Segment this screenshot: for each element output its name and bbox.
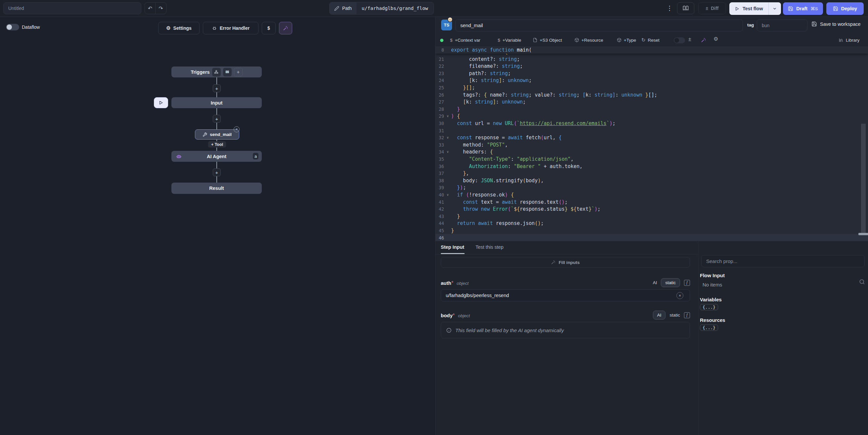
editor-settings-button[interactable]: ⚙ (713, 36, 718, 42)
auth-value-input[interactable] (441, 289, 690, 301)
code-line[interactable]: 23 path?: string; (435, 70, 868, 77)
code-editor[interactable]: 20∨ attachments?: {21 content?: string;2… (435, 46, 868, 241)
code-line[interactable]: 44 return await response.json(); (435, 220, 868, 227)
code-line[interactable]: 28 } (435, 105, 868, 113)
node-ai-agent[interactable]: AI Agent a (172, 151, 262, 162)
code-line[interactable]: 8export async function main( (435, 46, 868, 54)
horizontal-scrollbar[interactable] (859, 233, 868, 235)
remove-tool-button[interactable]: × (234, 126, 240, 132)
more-menu-button[interactable]: ⋮ (666, 5, 673, 11)
error-handler-button[interactable]: Error Handler (203, 22, 258, 34)
add-trigger-button[interactable]: + (234, 68, 243, 76)
diff-button[interactable]: ± Diff (698, 2, 726, 14)
code-line[interactable]: 32∨ const response = await fetch(url, { (435, 134, 868, 141)
code-line[interactable]: 26 tags?: { name?: string; value?: strin… (435, 91, 868, 99)
code-line[interactable]: 30 const url = new URL(`https://api.rese… (435, 120, 868, 127)
node-send-mail[interactable]: send_mail (195, 129, 239, 139)
code-line[interactable]: 37 }, (435, 170, 868, 177)
add-tool-button[interactable]: + Tool (208, 141, 226, 148)
code-line[interactable]: 41 const text = await response.text(); (435, 198, 868, 206)
library-button[interactable]: Library (839, 36, 859, 44)
insert-step-above-input[interactable]: + (213, 84, 221, 92)
code-line[interactable]: 36 Authorization: "Bearer " + auth.token… (435, 163, 868, 170)
insert-step-below-agent[interactable]: + (213, 168, 221, 176)
tag-input[interactable] (757, 19, 807, 31)
fold-icon[interactable]: ∨ (445, 113, 451, 120)
code-line[interactable]: 25 }[]; (435, 84, 868, 91)
add-s3-object-button[interactable]: +S3 Object (533, 36, 562, 44)
code-line[interactable]: 21 content?: string; (435, 56, 868, 63)
flow-title-input[interactable] (3, 2, 141, 14)
settings-button[interactable]: ⚙ Settings (158, 22, 199, 34)
save-to-workspace-button[interactable]: Save to workspace (811, 21, 861, 27)
redo-button[interactable]: ↷ (156, 3, 166, 14)
vertical-scrollbar[interactable] (861, 124, 866, 233)
code-line[interactable]: 38 body: JSON.stringify(body), (435, 177, 868, 184)
code-line[interactable]: 27 [k: string]: unknown; (435, 98, 868, 105)
expression-icon[interactable]: f (684, 312, 690, 318)
editor-option-toggle[interactable] (674, 37, 685, 43)
email-trigger-icon[interactable]: ✉ (223, 68, 231, 76)
code-line[interactable]: 39 }); (435, 184, 868, 191)
code-line[interactable]: 43 } (435, 213, 868, 220)
package-icon (575, 38, 579, 42)
draft-label: Draft (796, 6, 807, 11)
test-flow-dropdown[interactable] (768, 2, 781, 15)
code-text: const response = await fetch(url, { (451, 134, 562, 141)
code-line[interactable]: 33 method: "POST", (435, 141, 868, 149)
variables-object-badge[interactable]: {...} (700, 304, 718, 310)
code-text: "Content-Type": "application/json", (451, 155, 574, 163)
reset-code-button[interactable]: ↻Reset (641, 36, 659, 44)
add-type-button[interactable]: +Type (617, 36, 636, 44)
fill-inputs-button[interactable]: Fill inputs (441, 257, 690, 268)
node-input[interactable]: Input (172, 97, 262, 108)
body-ai-mode-button[interactable]: AI (653, 311, 666, 319)
docs-button[interactable] (677, 2, 694, 14)
insert-step-below-input[interactable]: + (213, 115, 221, 123)
fold-icon[interactable]: ∨ (445, 191, 451, 198)
draft-button[interactable]: Draft ⌘S (783, 2, 823, 15)
tab-test-this-step[interactable]: Test this step (475, 245, 504, 250)
undo-button[interactable]: ↶ (145, 3, 156, 14)
run-from-input-button[interactable] (154, 97, 168, 108)
fold-icon[interactable]: ∨ (445, 148, 451, 155)
code-line[interactable]: 24 [k: string]: unknown; (435, 77, 868, 84)
ai-gen-button[interactable] (701, 37, 706, 43)
body-static-mode-button[interactable]: static (670, 313, 680, 317)
diff-code-button[interactable]: ± (688, 36, 691, 42)
auth-ai-mode-button[interactable]: AI (653, 280, 657, 285)
code-line[interactable]: 40∨ if (!response.ok) { (435, 191, 868, 198)
clear-auth-button[interactable]: × (676, 292, 683, 299)
code-line[interactable]: 46 (435, 234, 868, 241)
path-label-section: Path (330, 2, 356, 14)
node-triggers[interactable]: Triggers ✉ + (172, 66, 262, 77)
tab-step-input[interactable]: Step Input (441, 245, 464, 250)
diff-label: Diff (711, 6, 718, 11)
add-variable-button[interactable]: $+Variable (498, 36, 521, 44)
path-pill[interactable]: Path u/farhadglbs/grand_flow (329, 2, 434, 14)
webhook-trigger-icon[interactable] (212, 68, 221, 76)
line-number: 38 (435, 177, 444, 184)
code-line[interactable]: 34∨ headers: { (435, 148, 868, 155)
deploy-button[interactable]: Deploy (826, 2, 864, 15)
expression-icon[interactable]: f (684, 280, 690, 286)
node-result[interactable]: Result (172, 183, 262, 194)
step-name-input[interactable] (455, 19, 743, 31)
add-context-var-button[interactable]: $+Context var (450, 36, 480, 44)
auth-static-mode-button[interactable]: static (661, 278, 680, 287)
ai-assistant-button[interactable] (279, 22, 292, 34)
code-line[interactable]: 31 (435, 127, 868, 134)
resources-object-badge[interactable]: {...} (700, 324, 718, 331)
fold-icon[interactable]: ∨ (445, 134, 451, 141)
code-line[interactable]: 22 filename?: string; (435, 63, 868, 70)
add-resource-button[interactable]: +Resource (575, 36, 603, 44)
search-icon[interactable] (859, 279, 865, 285)
code-line[interactable]: 35 "Content-Type": "application/json", (435, 155, 868, 163)
workspace-currency-button[interactable]: $ (262, 22, 276, 34)
test-flow-button[interactable]: Test flow (730, 2, 781, 15)
code-line[interactable]: 42 throw new Error(`${response.status} $… (435, 206, 868, 213)
code-line[interactable]: 29∨) { (435, 113, 868, 120)
dataflow-toggle[interactable] (6, 24, 19, 30)
code-line[interactable]: 45} (435, 227, 868, 234)
search-prop-input[interactable] (701, 255, 865, 267)
